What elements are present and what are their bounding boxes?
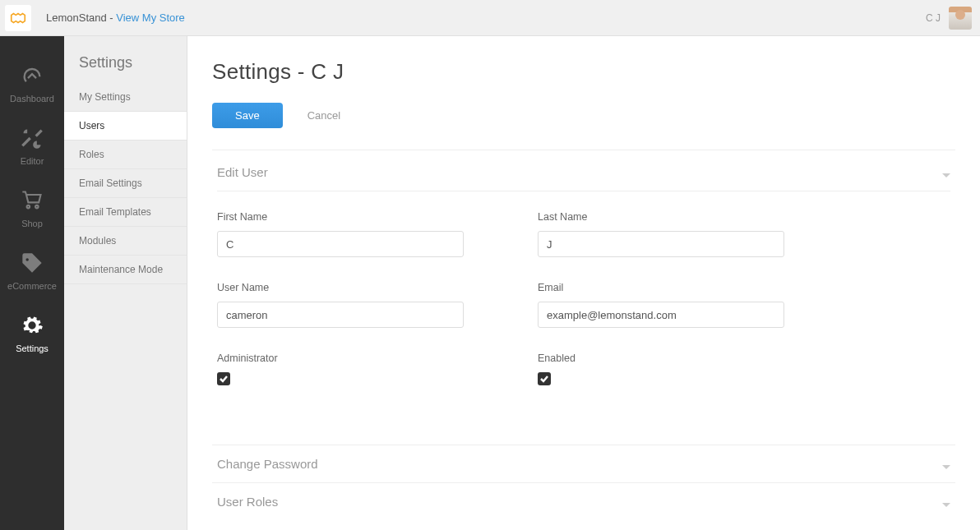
enabled-label: Enabled <box>538 353 784 364</box>
settings-subnav: Settings My Settings Users Roles Email S… <box>64 36 187 530</box>
section-header-edit-user[interactable]: Edit User <box>217 165 950 191</box>
gauge-icon <box>0 64 64 89</box>
subnav-item-modules[interactable]: Modules <box>64 227 187 256</box>
section-header-change-password[interactable]: Change Password <box>217 457 950 481</box>
email-input[interactable] <box>538 302 784 328</box>
logo[interactable] <box>5 5 31 31</box>
subnav-item-roles[interactable]: Roles <box>64 141 187 169</box>
action-bar: Save Cancel <box>212 103 955 128</box>
administrator-checkbox[interactable] <box>217 372 230 385</box>
subnav-item-email-templates[interactable]: Email Templates <box>64 198 187 227</box>
nav-editor[interactable]: Editor <box>0 115 64 177</box>
cancel-link[interactable]: Cancel <box>307 109 340 122</box>
nav-shop[interactable]: Shop <box>0 177 64 240</box>
user-initials: C J <box>926 12 941 24</box>
subnav-item-users[interactable]: Users <box>64 112 187 141</box>
section-title: Change Password <box>217 457 318 471</box>
section-title: Edit User <box>217 165 268 179</box>
nav-label: Dashboard <box>0 94 64 104</box>
nav-label: eCommerce <box>0 281 64 291</box>
first-name-input[interactable] <box>217 231 464 257</box>
section-header-user-roles[interactable]: User Roles <box>217 495 950 518</box>
section-user-roles: User Roles <box>212 482 955 520</box>
nav-label: Settings <box>0 343 64 353</box>
administrator-label: Administrator <box>217 353 464 364</box>
first-name-label: First Name <box>217 211 464 223</box>
chevron-down-icon <box>942 498 950 506</box>
subnav-item-maintenance-mode[interactable]: Maintenance Mode <box>64 256 187 284</box>
save-button[interactable]: Save <box>212 103 283 128</box>
page-title: Settings - C J <box>212 59 955 85</box>
last-name-label: Last Name <box>538 211 784 223</box>
avatar[interactable] <box>949 7 972 30</box>
subnav-item-my-settings[interactable]: My Settings <box>64 83 187 112</box>
nav-label: Editor <box>0 156 64 166</box>
nav-settings[interactable]: Settings <box>0 302 64 365</box>
last-name-input[interactable] <box>538 231 784 257</box>
chevron-down-icon <box>942 168 950 177</box>
logo-icon <box>9 9 27 27</box>
content: Settings - C J Save Cancel Edit User Fir… <box>187 36 980 530</box>
tag-icon <box>0 251 64 276</box>
topbar: LemonStand - View My Store C J <box>0 0 980 36</box>
enabled-checkbox[interactable] <box>538 372 551 385</box>
brand-text: LemonStand - View My Store <box>46 12 185 24</box>
nav-dashboard[interactable]: Dashboard <box>0 53 64 115</box>
check-icon <box>220 375 228 383</box>
main-nav: Dashboard Editor Shop eCommerce Settings <box>0 36 64 530</box>
chevron-down-icon <box>942 460 950 468</box>
nav-label: Shop <box>0 219 64 228</box>
email-label: Email <box>538 282 784 293</box>
brand-prefix: LemonStand - <box>46 12 116 24</box>
nav-ecommerce[interactable]: eCommerce <box>0 240 64 302</box>
section-change-password: Change Password <box>212 445 955 482</box>
view-store-link[interactable]: View My Store <box>116 12 185 24</box>
section-title: User Roles <box>217 495 278 509</box>
subnav-item-email-settings[interactable]: Email Settings <box>64 169 187 198</box>
tools-icon <box>0 127 64 151</box>
user-name-input[interactable] <box>217 302 464 328</box>
user-name-label: User Name <box>217 282 464 293</box>
subnav-title: Settings <box>64 36 187 83</box>
check-icon <box>540 375 548 383</box>
section-edit-user: Edit User First Name Last Name <box>212 150 955 445</box>
gear-icon <box>0 314 64 339</box>
cart-icon <box>0 189 64 214</box>
